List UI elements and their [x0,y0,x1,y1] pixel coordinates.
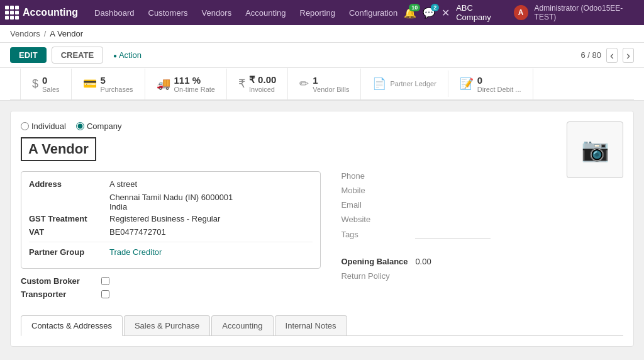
partner-group-label: Partner Group [29,247,104,257]
menu-accounting[interactable]: Accounting [239,6,292,20]
partner-group-row: Partner Group Trade Creditor [29,247,313,257]
menu-customers[interactable]: Customers [142,6,194,20]
vendor-bills-num: 1 [313,75,349,86]
purchases-num: 5 [101,75,133,86]
main-content: 📷 Individual Company A Vendor Address [0,101,644,357]
vat-row: VAT BE0477472701 [29,227,313,237]
stat-sales[interactable]: $ 0 Sales [20,69,72,99]
address-street[interactable]: A street [109,179,137,189]
app-logo[interactable]: Accounting [5,6,78,20]
partner-group-value[interactable]: Trade Creditor [109,247,162,257]
return-policy-row: Return Policy [341,271,567,281]
opening-balance-label: Opening Balance [341,257,410,266]
stat-direct-debit[interactable]: 📝 0 Direct Debit ... [448,69,533,99]
address-country: India [109,202,313,211]
menu-reporting[interactable]: Reporting [294,6,341,20]
radio-individual[interactable] [21,122,29,130]
topnav-right: 🔔 10 💬 2 ✕ ABC Company A Administrator (… [404,3,639,22]
vat-label: VAT [29,227,104,237]
email-row: Email [341,200,567,210]
phone-row: Phone [341,171,567,181]
tags-row: Tags [341,229,567,239]
app-title: Accounting [23,7,78,18]
transporter-row: Transporter [21,290,321,299]
mobile-row: Mobile [341,186,567,195]
address-city-line: Chennai Tamil Nadu (IN) 6000001 [109,193,313,202]
left-column: Address A street Chennai Tamil Nadu (IN)… [21,171,321,303]
transporter-checkbox[interactable] [101,290,109,298]
action-link[interactable]: Action [113,50,142,60]
pagination: 6 / 80 ‹ › [580,48,634,63]
gst-row: GST Treatment Registered Business - Regu… [29,214,313,223]
main-menu: Dashboard Customers Vendors Accounting R… [88,6,404,20]
stat-ontime[interactable]: 🚚 111 % On-time Rate [145,69,227,99]
ontime-label: On-time Rate [174,86,215,93]
tab-internal-notes[interactable]: Internal Notes [275,315,347,335]
stat-partner-ledger[interactable]: 📄 Partner Ledger [361,70,448,97]
notification-badge: 10 [409,4,420,11]
company-label: Company [87,121,122,131]
vendor-bills-icon: ✏ [299,77,309,91]
website-row: Website [341,215,567,224]
stat-invoiced[interactable]: ₹ ₹ 0.00 Invoiced [227,68,288,99]
custom-broker-label: Custom Broker [21,276,96,286]
vendor-details: Address A street Chennai Tamil Nadu (IN)… [21,171,567,303]
vendor-bills-label: Vendor Bills [313,86,349,93]
chat-icon[interactable]: 💬 2 [423,7,435,19]
ontime-num: 111 % [174,75,215,86]
camera-icon: 📷 [581,137,609,163]
tags-input[interactable] [415,229,491,239]
menu-dashboard[interactable]: Dashboard [88,6,141,20]
sales-icon: $ [32,77,38,91]
individual-label: Individual [31,121,66,131]
company-name: ABC Company [456,3,508,22]
menu-vendors[interactable]: Vendors [195,6,238,20]
stat-purchases[interactable]: 💳 5 Purchases [72,69,145,99]
user-avatar[interactable]: A [514,5,528,20]
return-policy-label: Return Policy [341,271,410,281]
ledger-label: Partner Ledger [390,80,436,87]
create-button[interactable]: CREATE [52,47,103,64]
phone-label: Phone [341,171,410,181]
tags-label: Tags [341,230,410,239]
notification-bell-icon[interactable]: 🔔 10 [404,7,416,19]
grid-icon [5,6,19,20]
transporter-label: Transporter [21,290,96,299]
tab-sales-purchase[interactable]: Sales & Purchase [124,315,210,335]
opening-balance-value[interactable]: 0.00 [415,257,431,266]
direct-debit-num: 0 [477,75,521,86]
direct-debit-icon: 📝 [460,77,474,91]
tab-accounting[interactable]: Accounting [211,315,273,335]
type-radio-group: Individual Company [21,121,567,131]
menu-configuration[interactable]: Configuration [343,6,404,20]
breadcrumb-parent[interactable]: Vendors [10,29,40,38]
mobile-label: Mobile [341,186,410,195]
custom-broker-checkbox[interactable] [101,277,109,285]
photo-placeholder[interactable]: 📷 [567,121,623,178]
close-icon[interactable]: ✕ [441,7,450,19]
ledger-icon: 📄 [372,77,386,91]
edit-button[interactable]: EDIT [10,47,47,63]
partner-group-link[interactable]: Trade Creditor [109,247,162,257]
gst-label: GST Treatment [29,214,104,223]
user-name: Administrator (Odoo15EE-TEST) [535,4,639,21]
vat-value[interactable]: BE0477472701 [109,227,166,237]
prev-arrow[interactable]: ‹ [606,48,618,63]
rupee-icon: ₹ [238,77,245,91]
stat-vendor-bills[interactable]: ✏ 1 Vendor Bills [288,69,361,99]
radio-company[interactable] [76,122,84,130]
gst-value[interactable]: Registered Business - Regular [109,214,220,223]
address-box: Address A street Chennai Tamil Nadu (IN)… [21,171,321,269]
right-column: Phone Mobile Email Website Tags [341,171,567,303]
vendor-card: 📷 Individual Company A Vendor Address [10,111,634,347]
radio-individual-label[interactable]: Individual [21,121,66,131]
vendor-name[interactable]: A Vendor [21,137,96,161]
next-arrow[interactable]: › [623,48,634,63]
custom-broker-row: Custom Broker [21,276,321,286]
radio-company-label[interactable]: Company [76,121,122,131]
pagination-info: 6 / 80 [580,50,601,60]
tabs-row: Contacts & Addresses Sales & Purchase Ac… [21,315,623,336]
tab-contacts-addresses[interactable]: Contacts & Addresses [21,315,123,336]
website-label: Website [341,215,410,224]
truck-icon: 🚚 [157,77,170,91]
